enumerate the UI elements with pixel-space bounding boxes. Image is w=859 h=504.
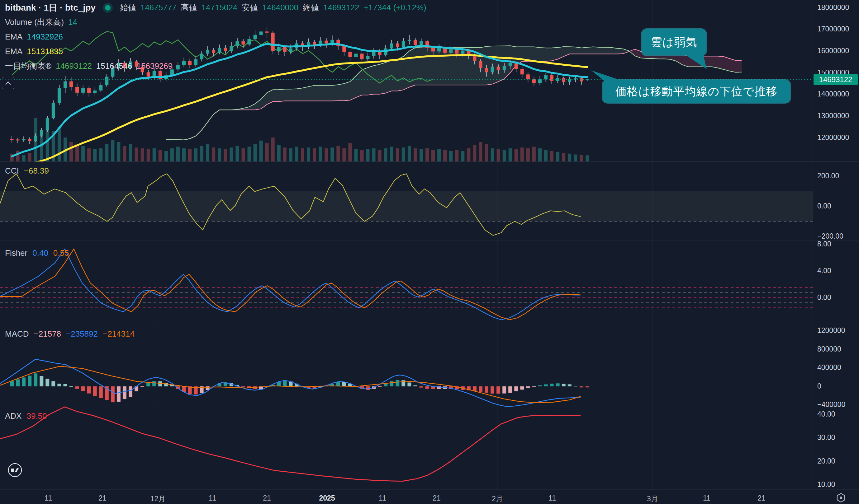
fisher-value: 0.40 xyxy=(32,248,48,258)
price-axis-label: 17000000 xyxy=(817,25,849,33)
price-axis-label: 200.00 xyxy=(817,172,839,180)
ema-fast-label: EMA xyxy=(5,32,22,42)
price-axis-label: 16000000 xyxy=(817,47,849,55)
time-axis-label: 11 xyxy=(703,494,710,502)
annotation-cloud-text: 雲は弱気 xyxy=(651,35,697,50)
price-axis-label: −200.00 xyxy=(817,232,843,240)
ema-fast-value: 14932926 xyxy=(27,32,63,42)
chart-window: bitbank · 1日 · btc_jpy 始値 14675777 高値 14… xyxy=(0,0,859,504)
ichimoku-chikou-value: 14693122 xyxy=(56,61,92,71)
tradingview-logo[interactable] xyxy=(7,462,23,479)
price-axis-label: 0 xyxy=(817,382,821,391)
ichimoku-legend[interactable]: 一目均衡表® 14693122 15164546 15639269 xyxy=(5,61,426,71)
time-axis-label: 11 xyxy=(45,494,52,502)
time-axis-label: 21 xyxy=(757,494,766,502)
adx-label: ADX xyxy=(5,411,21,421)
price-axis-label: 400000 xyxy=(817,363,841,372)
time-axis-label: 2月 xyxy=(492,494,503,504)
price-axis-label: 10.00 xyxy=(817,481,835,489)
time-axis-label: 2025 xyxy=(319,494,335,502)
tradingview-logo-icon xyxy=(7,462,23,478)
high-label: 高値 xyxy=(181,2,197,13)
adx-legend[interactable]: ADX 39.50 xyxy=(5,411,47,421)
time-axis-label: 11 xyxy=(209,494,216,502)
cci-legend[interactable]: CCI −68.39 xyxy=(5,166,49,176)
time-axis-label: 21 xyxy=(433,494,441,502)
ema-slow-legend[interactable]: EMA 15131835 xyxy=(5,46,426,57)
annotation-price-text: 価格は移動平均線の下位で推移 xyxy=(615,84,778,99)
fisher-legend[interactable]: Fisher 0.40 0.55 xyxy=(5,248,69,258)
price-axis-label: 1200000 xyxy=(817,326,845,335)
time-axis-label: 11 xyxy=(548,494,556,502)
open-value: 14675777 xyxy=(140,3,177,13)
ichimoku-spanb-value: 15639269 xyxy=(137,61,173,71)
price-axis-label: 8.00 xyxy=(817,240,831,248)
close-value: 14693122 xyxy=(323,3,359,13)
price-axis-label: 4.00 xyxy=(817,267,831,275)
time-axis-label: 21 xyxy=(99,494,106,502)
time-axis-label: 11 xyxy=(379,494,386,502)
adx-value: 39.50 xyxy=(27,411,47,421)
macd-hist-value: −21578 xyxy=(34,329,61,339)
fisher-trigger-value: 0.55 xyxy=(53,248,69,258)
price-axis-label: 13000000 xyxy=(817,112,849,120)
time-axis-label: 12月 xyxy=(150,494,166,504)
panel-collapse-button[interactable] xyxy=(2,77,14,89)
change-value: +17344 (+0.12%) xyxy=(364,3,426,13)
time-axis-settings-icon[interactable] xyxy=(835,491,847,504)
low-value: 14640000 xyxy=(262,3,298,13)
cci-label: CCI xyxy=(5,166,19,176)
price-axis-label: 12000000 xyxy=(817,133,849,142)
low-label: 安値 xyxy=(242,2,258,13)
ema-slow-value: 15131835 xyxy=(27,47,63,56)
price-axis-label: 20.00 xyxy=(817,457,835,466)
price-axis-label: 40.00 xyxy=(817,410,835,419)
macd-label: MACD xyxy=(5,329,29,339)
price-axis-label: −400000 xyxy=(817,400,845,409)
annotation-cloud-bearish[interactable]: 雲は弱気 xyxy=(642,29,706,56)
fisher-label: Fisher xyxy=(5,248,27,258)
chart-canvas[interactable] xyxy=(0,0,859,504)
high-value: 14715024 xyxy=(201,3,238,13)
ema-fast-legend[interactable]: EMA 14932926 xyxy=(5,32,426,42)
time-axis-label: 3月 xyxy=(647,494,658,504)
ichimoku-base-value: 15164546 xyxy=(96,61,132,71)
ema-slow-label: EMA xyxy=(5,47,22,56)
volume-label: Volume (出来高) xyxy=(5,17,64,28)
symbol-row: bitbank · 1日 · btc_jpy 始値 14675777 高値 14… xyxy=(5,2,426,13)
volume-legend[interactable]: Volume (出来高) 14 xyxy=(5,17,426,27)
symbol-title[interactable]: bitbank · 1日 · btc_jpy xyxy=(5,2,96,14)
ichimoku-label: 一目均衡表® xyxy=(5,61,51,72)
close-label: 終値 xyxy=(303,2,319,13)
price-axis-label: 30.00 xyxy=(817,434,835,442)
open-label: 始値 xyxy=(120,2,136,13)
price-axis-label: 14000000 xyxy=(817,90,849,98)
price-axis-label: 0.00 xyxy=(817,294,831,302)
macd-legend[interactable]: MACD −21578 −235892 −214314 xyxy=(5,329,135,339)
market-status-icon[interactable] xyxy=(105,5,110,11)
price-axis-label: 18000000 xyxy=(817,3,849,12)
cci-value: −68.39 xyxy=(24,166,49,176)
macd-line-value: −235892 xyxy=(66,329,98,339)
main-legend: bitbank · 1日 · btc_jpy 始値 14675777 高値 14… xyxy=(5,2,426,76)
time-axis-label: 21 xyxy=(263,494,271,502)
price-axis-label: 0.00 xyxy=(817,202,831,210)
gear-icon xyxy=(835,491,847,504)
chevron-up-icon xyxy=(2,77,14,89)
annotation-price-below-ma[interactable]: 価格は移動平均線の下位で推移 xyxy=(603,80,790,103)
last-price-label[interactable]: 14693122 xyxy=(814,74,858,85)
price-axis-label: 800000 xyxy=(817,345,841,353)
volume-value: 14 xyxy=(68,17,77,27)
macd-signal-value: −214314 xyxy=(103,329,135,339)
